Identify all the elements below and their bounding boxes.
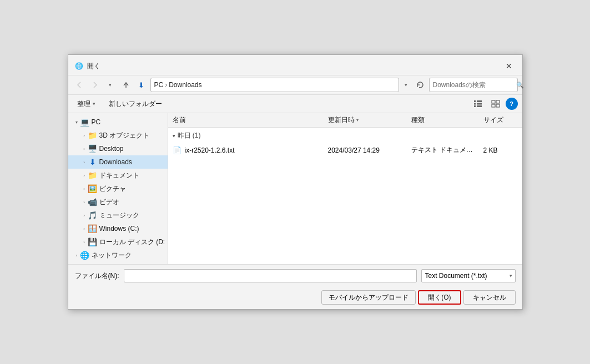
folder-videos-icon: 📹 <box>88 198 97 206</box>
search-icon: 🔍 <box>516 82 524 89</box>
group-label-yesterday: 昨日 (1) <box>178 131 201 140</box>
expand-arrow-desktop: › <box>80 145 88 153</box>
organize-button[interactable]: 整理 ▾ <box>73 98 100 110</box>
sidebar-item-network[interactable]: › 🌐 ネットワーク <box>68 249 168 262</box>
up-button[interactable] <box>119 78 133 92</box>
view-details-button[interactable] <box>470 97 486 110</box>
address-dropdown-button[interactable]: ▾ <box>401 82 411 88</box>
svg-rect-9 <box>492 104 495 107</box>
sidebar-item-3d[interactable]: › 📁 3D オブジェクト <box>68 129 168 142</box>
refresh-button[interactable] <box>413 78 427 92</box>
action-buttons-bar: モバイルからアップロード 開く(O) キャンセル <box>68 287 522 309</box>
view-controls: ? <box>470 97 518 110</box>
table-row[interactable]: 📄 ix-r2520-1.2.6.txt 2024/03/27 14:29 テキ… <box>168 143 522 158</box>
sidebar-label-videos: ビデオ <box>99 198 119 207</box>
expand-arrow-downloads: › <box>80 158 88 166</box>
expand-arrow-local-disk-d: › <box>80 238 88 246</box>
open-file-dialog: 🌐 開く ✕ ▾ ⬇ PC › Downloads ▾ 🔍 <box>68 54 523 310</box>
forward-button[interactable] <box>88 78 102 92</box>
svg-rect-5 <box>477 103 482 105</box>
expand-arrow-music: › <box>80 211 88 219</box>
sidebar-label-downloads: Downloads <box>99 158 132 166</box>
address-toolbar: ▾ ⬇ PC › Downloads ▾ 🔍 <box>68 75 522 95</box>
folder-downloads-icon: ⬇ <box>88 158 97 166</box>
svg-rect-1 <box>474 100 476 102</box>
sidebar-item-documents[interactable]: › 📁 ドキュメント <box>68 169 168 182</box>
pc-icon: 💻 <box>80 118 89 127</box>
sort-arrow-date: ▾ <box>356 118 359 123</box>
network-icon: 🌐 <box>80 251 89 260</box>
col-header-type[interactable]: 種類 <box>407 113 479 127</box>
sidebar-label-desktop: Desktop <box>99 145 124 153</box>
open-button[interactable]: 開く(O) <box>418 290 461 305</box>
help-button[interactable]: ? <box>506 98 518 110</box>
sidebar-item-downloads[interactable]: › ⬇ Downloads <box>68 155 168 169</box>
folder-documents-icon: 📁 <box>88 171 97 180</box>
sidebar-scroll: ▾ 💻 PC › 📁 3D オブジェクト › 🖥️ Desktop <box>68 115 168 262</box>
expand-arrow-network: › <box>73 251 80 259</box>
sidebar-item-windows-c[interactable]: › 🪟 Windows (C:) <box>68 222 168 235</box>
group-yesterday[interactable]: ▾ 昨日 (1) <box>168 128 522 143</box>
back-button[interactable] <box>73 78 86 92</box>
file-list: 名前 更新日時 ▾ 種類 サイズ ▾ 昨日 (1) <box>168 113 522 264</box>
col-header-name[interactable]: 名前 <box>168 113 324 127</box>
sidebar-label-network: ネットワーク <box>92 251 132 260</box>
organize-dropdown-arrow: ▾ <box>93 101 95 107</box>
sidebar-label-documents: ドキュメント <box>99 171 139 180</box>
expand-arrow-pc: ▾ <box>73 118 80 126</box>
file-date-cell: 2024/03/27 14:29 <box>324 145 407 155</box>
folder-music-icon: 🎵 <box>88 211 97 220</box>
sidebar-item-desktop[interactable]: › 🖥️ Desktop <box>68 142 168 155</box>
col-header-size[interactable]: サイズ <box>479 113 522 127</box>
sidebar-item-music[interactable]: › 🎵 ミュージック <box>68 209 168 222</box>
expand-arrow-pictures: › <box>80 185 88 193</box>
close-button[interactable]: ✕ <box>502 59 516 73</box>
file-type-cell: テキスト ドキュメント <box>407 144 479 156</box>
svg-rect-7 <box>492 100 495 103</box>
sidebar-label-pictures: ピクチャ <box>99 184 126 194</box>
expand-arrow-videos: › <box>80 198 88 206</box>
titlebar: 🌐 開く ✕ <box>68 55 522 75</box>
sidebar-item-pc[interactable]: ▾ 💻 PC <box>68 115 168 129</box>
file-name-cell: 📄 ix-r2520-1.2.6.txt <box>168 145 324 156</box>
expand-arrow-windows-c: › <box>80 225 88 232</box>
search-input[interactable] <box>433 81 516 89</box>
sidebar-item-local-disk-d[interactable]: › 💾 ローカル ディスク (D: <box>68 235 168 249</box>
cancel-button[interactable]: キャンセル <box>463 290 516 305</box>
crumb-downloads: Downloads <box>169 81 201 89</box>
column-headers: 名前 更新日時 ▾ 種類 サイズ <box>168 113 522 128</box>
sidebar-label-pc: PC <box>92 118 101 126</box>
text-file-icon: 📄 <box>173 146 181 155</box>
sidebar-label-local-disk-d: ローカル ディスク (D: <box>99 237 165 247</box>
expand-arrow-documents: › <box>80 171 88 179</box>
new-folder-button[interactable]: 新しいフォルダー <box>104 98 167 110</box>
crumb-pc: PC <box>154 81 164 89</box>
filename-label: ファイル名(N): <box>75 271 119 281</box>
sidebar-item-pictures[interactable]: › 🖼️ ピクチャ <box>68 182 168 195</box>
upload-button[interactable]: モバイルからアップロード <box>321 290 416 305</box>
view-toggle-button[interactable] <box>488 97 503 110</box>
dropdown-recent-button[interactable]: ▾ <box>104 78 117 92</box>
sidebar-label-windows-c: Windows (C:) <box>99 225 139 232</box>
svg-rect-4 <box>477 100 482 102</box>
dialog-title: 開く <box>87 62 502 71</box>
downloads-folder-icon: ⬇ <box>135 78 148 92</box>
svg-rect-2 <box>474 103 476 105</box>
expand-arrow-3d: › <box>80 132 88 139</box>
svg-rect-8 <box>496 100 500 103</box>
filetype-select[interactable]: Text Document (*.txt) All Files (*.*) <box>421 269 516 282</box>
sidebar: ▾ 💻 PC › 📁 3D オブジェクト › 🖥️ Desktop <box>68 113 168 264</box>
search-bar[interactable]: 🔍 <box>429 78 518 92</box>
file-size-cell: 2 KB <box>479 145 522 155</box>
address-bar[interactable]: PC › Downloads <box>150 78 399 92</box>
filename-input[interactable] <box>124 269 417 282</box>
col-header-date[interactable]: 更新日時 ▾ <box>324 113 407 127</box>
folder-3d-icon: 📁 <box>88 131 97 140</box>
filename-bar: ファイル名(N): Text Document (*.txt) All File… <box>68 264 522 287</box>
filetype-select-wrapper: Text Document (*.txt) All Files (*.*) <box>421 269 516 282</box>
svg-rect-10 <box>496 104 500 107</box>
sidebar-item-videos[interactable]: › 📹 ビデオ <box>68 195 168 209</box>
svg-rect-6 <box>477 105 482 107</box>
folder-desktop-icon: 🖥️ <box>88 144 97 153</box>
folder-pictures-icon: 🖼️ <box>88 184 97 193</box>
